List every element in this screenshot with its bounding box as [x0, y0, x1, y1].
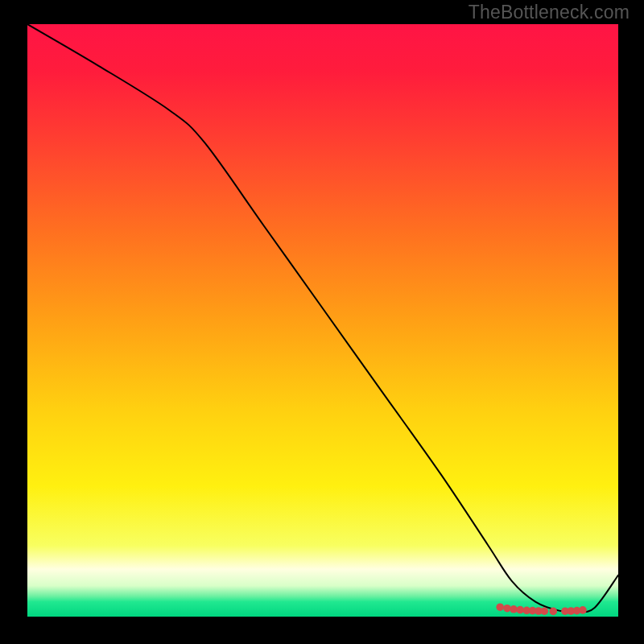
marker-dot [496, 603, 504, 611]
marker-dot [540, 607, 548, 615]
attribution-text: TheBottleneck.com [469, 2, 630, 23]
chart-frame: TheBottleneck.com [0, 0, 644, 644]
marker-dot [579, 606, 587, 614]
gradient-background [27, 24, 618, 617]
marker-dot [503, 605, 511, 613]
plot-area [27, 24, 618, 617]
chart-svg [27, 24, 618, 617]
marker-dot [549, 608, 557, 616]
